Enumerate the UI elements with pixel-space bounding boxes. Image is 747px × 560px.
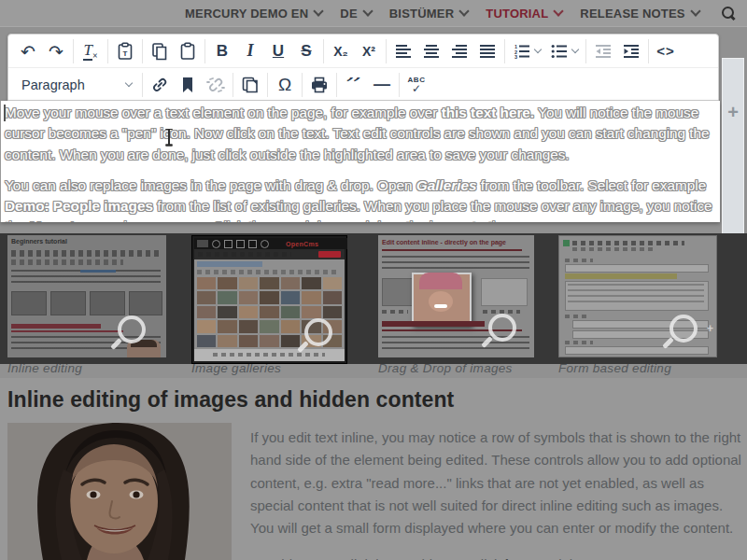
toolbar-separator (73, 39, 74, 63)
thumbnail-inline-editing[interactable]: Beginners tutorial (7, 235, 166, 357)
bold-button[interactable]: B (208, 37, 236, 65)
thumb-detail-plus: + (707, 322, 713, 335)
code-icon: <> (656, 43, 675, 59)
thumb-detail (572, 241, 684, 245)
inline-edit-region[interactable]: Move your mouse over a text element on t… (0, 101, 720, 222)
blockquote-button[interactable]: ” (340, 71, 368, 99)
toolbar-separator (302, 73, 303, 97)
toolbar-separator (399, 73, 400, 97)
paste-icon (178, 42, 197, 61)
face-thumb (260, 320, 278, 332)
face-thumb (260, 335, 278, 347)
source-code-button[interactable]: <> (652, 37, 680, 65)
numbered-list-icon: 123 (514, 44, 530, 59)
section-body: If you edit text inline, you may notice … (250, 427, 747, 560)
nav-item-tutorial[interactable]: TUTORIAL (486, 7, 562, 21)
paste-as-text-button[interactable]: T (111, 37, 139, 65)
face-thumb (197, 335, 216, 347)
nav-item-release-notes[interactable]: RELEASE NOTES (580, 7, 698, 21)
insert-template-button[interactable] (236, 71, 264, 99)
toolbar-separator (142, 39, 143, 63)
nav-item-bistuemer[interactable]: BISTÜMER (389, 7, 469, 21)
indent-button[interactable] (617, 37, 645, 65)
align-center-button[interactable] (417, 37, 445, 65)
thumbnail-caption: Inline editing (7, 361, 82, 375)
paste-button[interactable] (174, 37, 202, 65)
thumb-detail (481, 278, 528, 306)
underline-button[interactable]: U (264, 37, 292, 65)
subscript-button[interactable]: X₂ (327, 37, 355, 65)
face-thumb (260, 306, 278, 318)
chevron-down-icon (314, 6, 324, 16)
thumb-detail (11, 330, 123, 332)
special-char-button[interactable]: Ω (271, 71, 299, 99)
redo-button[interactable]: ↷ (42, 37, 70, 65)
toolbar-row-1: ↶ ↷ T× T B I U S X₂ X² (8, 35, 718, 68)
clear-formatting-button[interactable]: T× (77, 37, 105, 65)
body-paragraph-1: If you edit text inline, you may notice … (250, 427, 747, 539)
thumbnail-caption: Image galleries (191, 361, 281, 375)
face-thumb (218, 335, 236, 347)
thumb-detail (50, 291, 86, 315)
thumb-detail-toolbar: OpenCms (194, 238, 347, 249)
thumbnail-image-galleries[interactable]: OpenCms (191, 235, 347, 364)
thumbnail-caption: Drag & Drop of images (378, 361, 513, 375)
nav-item-label: DE (340, 7, 357, 21)
face-thumb (323, 291, 342, 303)
toolbar-separator (204, 39, 205, 63)
thumb-detail (563, 240, 570, 246)
face-thumb (218, 291, 236, 303)
insert-link-button[interactable] (146, 71, 174, 99)
chevron-down-icon (554, 6, 564, 16)
align-left-button[interactable] (389, 37, 417, 65)
nav-item-mercury-demo-en[interactable]: MERCURY DEMO EN (185, 7, 322, 21)
face-thumb (197, 277, 216, 289)
print-button[interactable] (305, 71, 333, 99)
spellcheck-icon: ABC✓ (408, 77, 426, 92)
top-nav: MERCURY DEMO EN DE BISTÜMER TUTORIAL REL… (0, 0, 747, 27)
thumb-mini-logo: OpenCms (286, 241, 318, 247)
face-thumb (239, 277, 258, 289)
nav-item-de[interactable]: DE (340, 7, 371, 21)
spellcheck-button[interactable]: ABC✓ (402, 71, 430, 99)
editable-text[interactable]: Move your mouse over a text element on t… (5, 103, 718, 222)
align-right-button[interactable] (445, 37, 473, 65)
face-thumb (323, 277, 342, 289)
editor-paragraph-1[interactable]: Move your mouse over a text element on t… (5, 103, 718, 165)
face-thumb (302, 306, 320, 318)
thumb-detail (382, 256, 529, 271)
italic-icon: I (247, 41, 253, 61)
blockquote-icon: ” (346, 77, 362, 92)
editor-paragraph-2[interactable]: You can also replace images in the page … (5, 175, 718, 222)
copy-button[interactable] (146, 37, 174, 65)
horizontal-rule-button[interactable]: — (368, 71, 396, 99)
face-thumb (218, 306, 236, 318)
strikethrough-button[interactable]: S (292, 37, 320, 65)
remove-link-button[interactable] (202, 71, 230, 99)
numbered-list-button[interactable]: 123 (508, 37, 545, 65)
superscript-button[interactable]: X² (355, 37, 383, 65)
italic-button[interactable]: I (236, 37, 264, 65)
nav-menu: MERCURY DEMO EN DE BISTÜMER TUTORIAL REL… (185, 0, 736, 26)
bullet-list-button[interactable] (545, 37, 583, 65)
nav-item-label: RELEASE NOTES (580, 7, 684, 21)
thumb-detail-photo (412, 273, 472, 327)
zoom-magnifier-icon (669, 315, 698, 343)
add-content-button[interactable]: + (723, 102, 743, 123)
ibeam-cursor (164, 129, 174, 146)
text-caret (4, 105, 6, 121)
paragraph-format-select[interactable]: Paragraph (14, 71, 139, 99)
copy-icon (150, 42, 169, 61)
thumb-detail (11, 259, 123, 265)
outdent-button[interactable] (589, 37, 617, 65)
anchor-bookmark-button[interactable] (174, 71, 202, 99)
thumb-detail (565, 315, 587, 318)
undo-button[interactable]: ↶ (14, 37, 42, 65)
thumbnail-drag-drop[interactable]: Edit content inline - directly on the pa… (378, 235, 534, 357)
face-thumb (197, 291, 216, 303)
thumb-detail (11, 250, 161, 257)
nav-search-button[interactable] (717, 6, 736, 21)
toolbar-separator (323, 39, 324, 63)
thumbnail-form-editing[interactable]: + (558, 235, 717, 357)
justify-button[interactable] (473, 37, 501, 65)
